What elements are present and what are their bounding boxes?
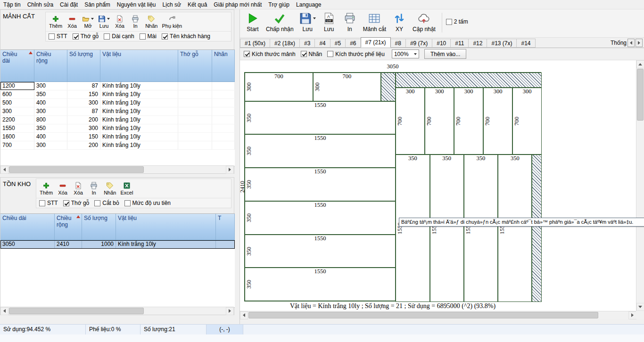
table-cell[interactable]: Kính trắng 10ly [116,240,216,248]
table-row[interactable]: 2200800200Kính trắng 10ly [0,116,235,124]
table-cell[interactable]: 400 [34,99,67,107]
column-header[interactable]: Chiều rộng [55,214,82,240]
sheet-tab[interactable]: #4 [314,39,330,48]
cut-pieces-button[interactable]: Mảnh cắt [361,11,388,33]
table-row[interactable]: 30030087Kính trắng 10ly [0,107,235,116]
table-cell[interactable]: Kính trắng 10ly [100,82,178,90]
column-header[interactable]: T [216,214,235,240]
swap-xy-button[interactable]: XY [389,11,409,33]
checkbox-option[interactable]: Kích thước phế liệu [327,51,385,57]
cut-piece[interactable]: 3501550 [396,155,429,302]
table-cell[interactable]: 350 [34,124,67,132]
add-stock-button[interactable]: Thêm [38,180,54,196]
sheet-tab[interactable]: #1 (50x) [240,39,270,48]
delete-stock-button[interactable]: Xóa [56,180,70,196]
table-row[interactable]: 120030087Kính trắng 10ly [0,82,235,90]
accessories-button[interactable]: Phụ kiện [160,14,183,30]
table-cell[interactable] [216,240,235,248]
table-cell[interactable] [212,124,235,132]
scroll-right-button[interactable] [226,307,234,315]
table-row[interactable]: 1600400150Kính trắng 10ly [0,133,235,141]
diagram-horizontal-scrollbar[interactable] [240,311,636,319]
table-row[interactable]: 600350150Kính trắng 10ly [0,90,235,99]
column-header[interactable]: Vật liệu [100,50,178,81]
tab-statistics[interactable]: Thống [611,40,627,46]
cut-piece[interactable]: 3501550 [430,155,464,302]
scroll-down-button[interactable] [636,303,644,311]
diagram-vertical-scrollbar[interactable] [636,60,644,311]
sheet-tab[interactable]: #12 [468,39,487,48]
table-cell[interactable]: 800 [34,116,67,124]
checkbox-option[interactable]: Tên khách hàng [162,33,210,40]
checkbox-option[interactable]: Mức độ ưu tiên [124,200,171,206]
column-header[interactable]: Vật liệu [116,214,216,240]
cut-piece[interactable]: 700300 [313,73,381,101]
cutting-sheet[interactable]: 7003007003001550350155035015503501550350… [244,72,541,301]
checkbox-option[interactable]: Dài cạnh [104,33,134,40]
scroll-left-button[interactable] [240,311,248,319]
checkbox-option[interactable]: Nhãn [301,51,322,57]
start-button[interactable]: Start [243,11,263,33]
label-pieces-button[interactable]: Nhãn [144,14,159,30]
chevron-down-icon[interactable] [107,18,110,20]
table-cell[interactable]: 3050 [0,240,55,248]
clear-stock-button[interactable]: Xóa [71,180,85,196]
table-cell[interactable] [212,116,235,124]
checkbox-option[interactable]: Cắt bỏ [94,200,119,206]
scrollbar-thumb[interactable] [9,308,144,314]
menu-item[interactable]: Trợ giúp [265,0,293,9]
scrollbar-thumb[interactable] [637,69,644,121]
print-result-button[interactable]: In [340,11,360,33]
two-sheets-checkbox[interactable]: 2 tấm [446,18,468,25]
checkbox-option[interactable]: STT [39,200,58,206]
save-dxf-button[interactable]: ADXF Lưu [319,11,339,33]
zoom-select[interactable]: 100% [392,49,419,58]
table-row[interactable]: 1550350300Kính trắng 10ly [0,124,235,133]
sheet-tab[interactable]: #3 [299,39,315,48]
table-cell[interactable]: Kính trắng 10ly [100,124,178,132]
table-cell[interactable] [212,133,235,141]
cut-piece[interactable]: 1550350 [245,235,396,268]
scroll-left-button[interactable] [0,166,8,174]
table-cell[interactable] [212,141,235,149]
table-cell[interactable]: 150 [67,90,100,98]
chevron-down-icon[interactable] [313,17,316,19]
table-cell[interactable]: 1600 [0,133,34,141]
update-button[interactable]: Cập nhật [410,11,438,33]
table-cell[interactable]: 2200 [0,116,34,124]
cut-piece[interactable]: 300700 [454,88,483,154]
accept-button[interactable]: Chấp nhận [264,11,296,33]
table-cell[interactable] [212,107,235,115]
table-cell[interactable]: 300 [67,124,100,132]
table-cell[interactable]: 300 [67,99,100,107]
cut-piece[interactable]: 300700 [425,88,454,154]
table-cell[interactable]: 300 [34,107,67,115]
table-cell[interactable] [178,124,212,132]
stock-horizontal-scrollbar[interactable] [0,307,234,315]
menu-item[interactable]: Language [293,0,324,9]
menu-item[interactable]: Sản phẩm [81,0,114,9]
table-cell[interactable] [178,90,212,98]
column-header[interactable]: Số lượng [82,214,116,240]
cut-piece[interactable]: 1550350 [245,168,396,201]
chevron-down-icon[interactable] [91,18,94,20]
table-row[interactable]: 500400300Kính trắng 10ly [0,99,235,107]
cut-piece[interactable]: 1550350 [245,268,396,301]
sheet-tab[interactable]: #7 (21x) [361,37,391,48]
sheet-tab[interactable]: #13 (7x) [487,39,517,48]
column-header[interactable]: Chiều dài [0,214,55,240]
table-cell[interactable]: 500 [0,99,34,107]
sheet-tab[interactable]: #14 [516,39,535,48]
add-piece-button[interactable]: Thêm [48,14,64,30]
table-cell[interactable]: 1550 [0,124,34,132]
sheet-tab[interactable]: #8 [390,39,406,48]
scrollbar-track[interactable] [248,311,628,319]
table-cell[interactable] [178,99,212,107]
save-button[interactable]: Lưu [97,14,111,30]
table-cell[interactable] [212,82,235,90]
table-cell[interactable] [178,141,212,149]
checkbox-option[interactable]: STT [49,33,67,40]
cut-piece[interactable]: 3501550 [464,155,498,302]
cut-piece[interactable]: 300700 [512,88,542,154]
cut-piece[interactable]: 1550350 [245,101,396,135]
